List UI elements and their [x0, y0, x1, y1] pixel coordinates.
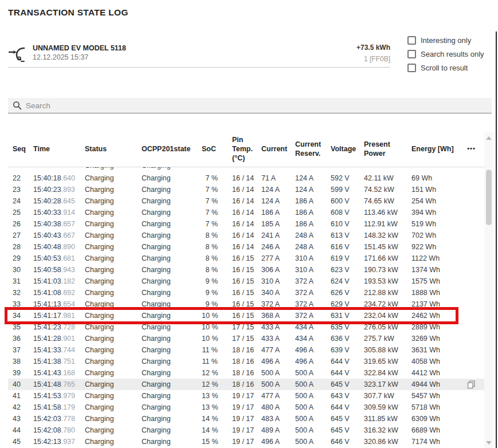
panel-right-border	[496, 32, 497, 448]
cell-power: 112.91 kW	[364, 218, 411, 230]
table-row[interactable]: 2615:40:38.657ChargingCharging7 %16 / 14…	[8, 218, 484, 230]
cell-power: 42.11 kW	[364, 172, 411, 184]
cell-soc: 13 %	[202, 402, 232, 413]
table-row[interactable]: 3015:40:58.943ChargingCharging8 %16 / 15…	[8, 264, 484, 276]
cell-voltage: 646 V	[331, 436, 364, 447]
cell-seq: 22	[13, 172, 33, 184]
table-row[interactable]: 3815:41:38.751ChargingCharging11 %18 / 1…	[8, 356, 484, 367]
table-row[interactable]: 2415:40:28.645ChargingCharging7 %16 / 14…	[8, 195, 484, 207]
cell-current_reserv: 372 A	[295, 310, 331, 321]
cell-current_reserv: 248 A	[295, 230, 331, 241]
cell-voltage: 635 V	[331, 321, 364, 333]
cell-seq: 41	[13, 390, 33, 402]
cell-pin_temp: 16 / 14	[232, 195, 261, 207]
cell-pin_temp: 18 / 16	[232, 344, 261, 356]
cell-voltage: 616 V	[331, 241, 364, 253]
cell-status: Charging	[85, 207, 142, 218]
search-results-only-checkbox[interactable]	[407, 50, 416, 58]
cell-seq: 37	[13, 344, 33, 356]
table-row[interactable]: 3715:41:33.744ChargingCharging11 %18 / 1…	[8, 344, 484, 356]
table-row[interactable]: 2215:40:18.640ChargingCharging7 %16 / 14…	[8, 172, 484, 184]
cell-current: 186 A	[261, 207, 295, 218]
table-row[interactable]: 4415:42:08.780ChargingCharging14 %19 / 1…	[8, 425, 484, 436]
cell-ocpp201: Charging	[142, 298, 202, 310]
cell-ocpp201: Charging	[142, 230, 202, 241]
table-row[interactable]: 4315:42:03.778ChargingCharging14 %19 / 1…	[8, 413, 484, 425]
cell-pin_temp: 16 / 14	[232, 241, 261, 253]
cell-voltage: 644 V	[331, 367, 364, 379]
copy-row-button[interactable]	[466, 379, 477, 390]
cell-ocpp201: Charging	[142, 276, 202, 287]
interesting-only-checkbox[interactable]	[407, 36, 416, 45]
table-row[interactable]: 2715:40:43.667ChargingCharging8 %16 / 14…	[8, 230, 484, 241]
search-input[interactable]	[26, 101, 492, 110]
table-row[interactable]: 2815:40:48.890ChargingCharging8 %16 / 14…	[8, 241, 484, 253]
cell-pin_temp: 16 / 15	[232, 253, 261, 264]
cell-time: 15:41:33.744	[33, 344, 85, 356]
table-row[interactable]: 3315:41:13.654ChargingCharging9 %16 / 15…	[8, 298, 484, 310]
cell-pin_temp: 16 / 14	[232, 218, 261, 230]
cell-seq: 40	[13, 379, 33, 390]
cell-actions	[458, 230, 484, 241]
cell-voltage: 644 V	[331, 402, 364, 413]
table-row[interactable]: 4115:41:53.979ChargingCharging13 %19 / 1…	[8, 390, 484, 402]
cell-pin_temp: 19 / 17	[232, 402, 261, 413]
table-row[interactable]: 4215:41:58.179ChargingCharging13 %19 / 1…	[8, 402, 484, 413]
cell-seq: 39	[13, 367, 33, 379]
cell-current: 185 A	[261, 218, 295, 230]
vertical-scrollbar[interactable]	[484, 132, 493, 448]
scrollbar-thumb[interactable]	[486, 170, 492, 225]
table-row[interactable]: 4515:42:13.937ChargingCharging15 %19 / 1…	[8, 436, 484, 447]
scroll-to-result-label: Scroll to result	[421, 64, 468, 72]
cell-energy: 922 Wh	[411, 241, 458, 253]
table-row[interactable]: 3215:41:08.692ChargingCharging9 %16 / 15…	[8, 287, 484, 298]
cell-ocpp201: Charging	[142, 425, 202, 436]
table-row[interactable]: 3615:41:28.901ChargingCharging10 %17 / 1…	[8, 333, 484, 344]
cell-energy: 7174 Wh	[411, 436, 458, 447]
table-row[interactable]: 2915:40:53.681ChargingCharging8 %16 / 15…	[8, 253, 484, 264]
cell-status: Charging	[85, 218, 142, 230]
table-row[interactable]: 2315:40:23.893ChargingCharging7 %16 / 14…	[8, 184, 484, 195]
cell-pin_temp: 16 / 14	[232, 207, 261, 218]
scroll-to-result-checkbox[interactable]	[407, 64, 416, 72]
table-row[interactable]: 3915:41:43.168ChargingCharging12 %18 / 1…	[8, 367, 484, 379]
copy-icon	[467, 380, 476, 389]
cell-time: 15:41:03.182	[33, 276, 85, 287]
cell-soc: 14 %	[202, 413, 232, 425]
cell-status: Charging	[85, 425, 142, 436]
table-row[interactable]: 3115:41:03.182ChargingCharging9 %16 / 15…	[8, 276, 484, 287]
cell-time: 15:41:58.179	[33, 402, 85, 413]
cell-voltage: 623 V	[331, 264, 364, 276]
cell-ocpp201: Charging	[142, 413, 202, 425]
cell-ocpp201: Charging	[142, 390, 202, 402]
cell-status: Charging	[85, 230, 142, 241]
cell-time	[33, 167, 85, 171]
cell-status: Charging	[85, 402, 142, 413]
cell-soc: 9 %	[202, 276, 232, 287]
cell-current: 310 A	[261, 276, 295, 287]
scroll-up-arrow-icon[interactable]	[486, 136, 492, 140]
cell-voltage: 610 V	[331, 218, 364, 230]
cell-power: 323.17 kW	[364, 379, 411, 390]
cell-current: 433 A	[261, 321, 295, 333]
cell-energy: 4412 Wh	[411, 367, 458, 379]
cell-seq: 43	[13, 413, 33, 425]
cell-status: Charging	[85, 333, 142, 344]
cell-pin_temp: 16 / 15	[232, 264, 261, 276]
scroll-down-arrow-icon[interactable]	[486, 441, 492, 445]
cell-voltage: 626 V	[331, 287, 364, 298]
cell-status: Charging	[85, 287, 142, 298]
cell-seq: 35	[13, 321, 33, 333]
cell-seq: 33	[13, 298, 33, 310]
table-row[interactable]: 2515:40:33.914ChargingCharging7 %16 / 14…	[8, 207, 484, 218]
cell-status: Charging	[85, 253, 142, 264]
cell-seq: 29	[13, 253, 33, 264]
cell-status: Charging	[85, 344, 142, 356]
table-row[interactable]: 3515:41:23.728ChargingCharging10 %17 / 1…	[8, 321, 484, 333]
columns-menu-ellipsis-icon[interactable]: •••	[458, 144, 484, 152]
cell-energy: 1888 Wh	[411, 287, 458, 298]
cell-soc: 10 %	[202, 321, 232, 333]
table-row[interactable]: 3415:41:17.981ChargingCharging10 %16 / 1…	[8, 310, 484, 321]
table-row[interactable]: 4015:41:48.765ChargingCharging12 %18 / 1…	[8, 379, 484, 390]
header-status: Status	[85, 144, 142, 154]
